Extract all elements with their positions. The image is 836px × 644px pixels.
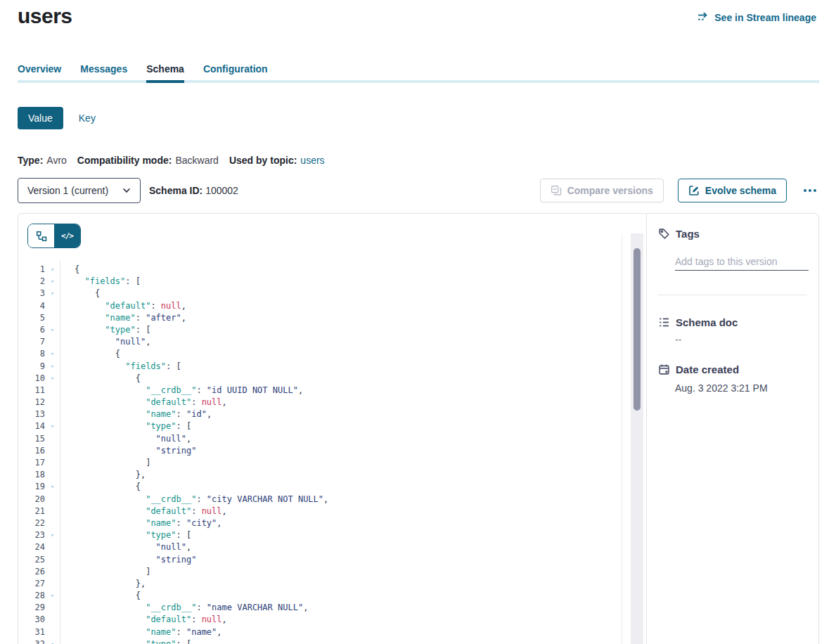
code-line: 16 "string" xyxy=(18,445,646,457)
fold-toggle-icon[interactable]: ▾ xyxy=(45,288,60,300)
fold-spacer xyxy=(45,566,60,578)
line-number: 24 xyxy=(18,541,45,553)
fold-toggle-icon[interactable]: ▾ xyxy=(45,276,60,288)
scrollbar-track[interactable] xyxy=(631,233,643,644)
code-view-icon: </> xyxy=(61,231,73,240)
fold-spacer xyxy=(45,554,60,566)
code-line: 23▾ "type": [ xyxy=(18,529,646,541)
code-line: 11 "__crdb__": "id UUID NOT NULL", xyxy=(18,385,646,397)
fold-toggle-icon[interactable]: ▾ xyxy=(45,481,60,493)
value-key-toggle: Value Key xyxy=(18,107,96,129)
line-number: 14 xyxy=(18,420,45,432)
line-number: 3 xyxy=(18,288,45,300)
fold-spacer xyxy=(45,385,60,397)
line-number: 20 xyxy=(18,494,45,505)
line-number: 2 xyxy=(18,276,45,288)
tags-heading: Tags xyxy=(658,228,700,240)
tab[interactable]: Overview xyxy=(18,62,61,83)
code-view-button[interactable]: </> xyxy=(54,224,80,247)
code-line: 9▾ "fields": [ xyxy=(18,361,646,373)
meta-item: Used by topic: users xyxy=(229,155,325,166)
code-text: "null", xyxy=(60,433,191,445)
schema-page: users See in Stream lineage Overview Mes… xyxy=(0,0,836,644)
line-number: 15 xyxy=(18,433,45,445)
page-title: users xyxy=(18,4,72,28)
calendar-plus-icon xyxy=(658,363,670,375)
fold-spacer xyxy=(45,469,60,481)
fold-spacer xyxy=(45,494,60,505)
tree-view-button[interactable] xyxy=(28,224,54,247)
code-line: 3▾ { xyxy=(18,288,646,300)
tab-bar: Overview Messages Schema Configuration xyxy=(18,62,819,83)
fold-spacer xyxy=(45,300,60,312)
line-number: 4 xyxy=(18,300,45,312)
code-text: "default": null, xyxy=(60,505,227,517)
code-text: { xyxy=(60,288,100,300)
fold-toggle-icon[interactable]: ▾ xyxy=(45,590,60,602)
line-number: 28 xyxy=(18,590,45,602)
schema-doc-value: -- xyxy=(675,334,681,345)
chevron-down-icon xyxy=(122,186,131,195)
stream-lineage-link[interactable]: See in Stream lineage xyxy=(697,11,816,23)
line-number: 5 xyxy=(18,312,45,324)
code-text: "__crdb__": "city VARCHAR NOT NULL", xyxy=(60,494,328,505)
code-line: 18 }, xyxy=(18,469,646,481)
code-line: 25 "string" xyxy=(18,554,646,566)
tab[interactable]: Messages xyxy=(80,62,127,83)
code-line: 6▾ "type": [ xyxy=(18,324,646,336)
fold-toggle-icon[interactable]: ▾ xyxy=(45,348,60,360)
fold-spacer xyxy=(45,505,60,517)
code-text: { xyxy=(60,481,141,493)
key-button[interactable]: Key xyxy=(79,112,96,124)
active-tab-underline xyxy=(146,80,184,83)
schema-sidebar: Tags Schema doc -- xyxy=(647,214,818,644)
evolve-schema-button[interactable]: Evolve schema xyxy=(678,179,787,202)
fold-toggle-icon[interactable]: ▾ xyxy=(45,529,60,541)
code-text: }, xyxy=(60,469,146,481)
date-created-heading: Date created xyxy=(658,363,739,375)
sidebar-divider xyxy=(658,295,807,295)
fold-toggle-icon[interactable]: ▾ xyxy=(45,264,60,276)
line-number: 12 xyxy=(18,397,45,408)
more-options-button[interactable] xyxy=(801,186,819,195)
code-text: "type": [ xyxy=(60,420,191,432)
code-text: ] xyxy=(60,457,150,469)
tab[interactable]: Schema xyxy=(146,62,184,83)
line-number: 25 xyxy=(18,554,45,566)
value-button[interactable]: Value xyxy=(18,107,63,129)
line-number: 31 xyxy=(18,626,45,638)
schema-code-region: </> 1▾{2▾ "fields": [3▾ {4 "default": nu… xyxy=(18,214,647,644)
code-text: "name": "id", xyxy=(60,408,212,420)
line-number: 18 xyxy=(18,469,45,481)
line-number: 21 xyxy=(18,505,45,517)
fold-spacer xyxy=(45,433,60,445)
compare-versions-button[interactable]: Compare versions xyxy=(540,179,664,202)
code-text: }, xyxy=(60,578,146,590)
fold-spacer xyxy=(45,445,60,457)
fold-spacer xyxy=(45,614,60,626)
code-line: 15 "null", xyxy=(18,433,646,445)
tab[interactable]: Configuration xyxy=(203,62,268,83)
fold-toggle-icon[interactable]: ▾ xyxy=(45,361,60,373)
line-number: 30 xyxy=(18,614,45,626)
line-number: 6 xyxy=(18,324,45,336)
tree-view-icon xyxy=(36,231,47,242)
version-select[interactable]: Version 1 (current) xyxy=(18,178,141,203)
meta-item: Compatibility mode: Backward xyxy=(77,155,219,166)
version-bar: Version 1 (current) Schema ID: 100002 xyxy=(18,178,819,203)
fold-toggle-icon[interactable]: ▾ xyxy=(45,324,60,336)
fold-toggle-icon[interactable]: ▾ xyxy=(45,420,60,432)
code-text: "null", xyxy=(60,541,191,553)
scrollbar-thumb[interactable] xyxy=(634,248,641,411)
code-line: 5 "name": "after", xyxy=(18,312,646,324)
line-number: 22 xyxy=(18,517,45,529)
list-icon xyxy=(658,316,670,328)
fold-toggle-icon[interactable]: ▾ xyxy=(45,638,60,644)
add-tags-input[interactable] xyxy=(675,252,809,271)
line-number: 32 xyxy=(18,638,45,644)
line-number: 26 xyxy=(18,566,45,578)
code-text: "string" xyxy=(60,445,196,457)
line-number: 27 xyxy=(18,578,45,590)
fold-toggle-icon[interactable]: ▾ xyxy=(45,373,60,385)
editor-view-toggle: </> xyxy=(27,224,81,248)
